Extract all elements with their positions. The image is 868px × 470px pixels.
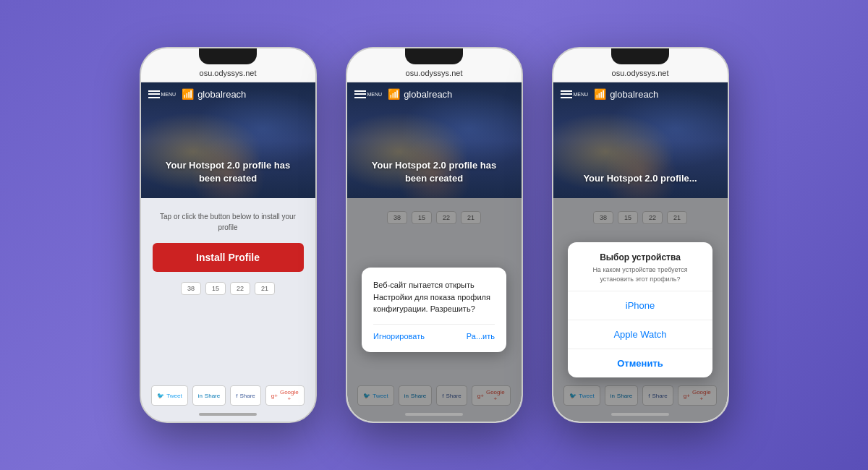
facebook-btn-1[interactable]: f Share	[230, 385, 261, 406]
phone-2: osu.odyssys.net MENU 📶 globalreach Your …	[346, 47, 523, 423]
menu-icon-2[interactable]	[354, 90, 366, 98]
count-2: 15	[205, 282, 226, 295]
address-bar-1: osu.odyssys.net	[141, 48, 315, 82]
hero-headline-1: Your Hotspot 2.0 profile has been create…	[141, 159, 315, 185]
brand-logo-2: 📶 globalreach	[388, 88, 452, 100]
apple-watch-option[interactable]: Apple Watch	[568, 320, 712, 349]
count-3: 22	[230, 282, 250, 295]
hero-section-3: MENU 📶 globalreach Your Hotspot 2.0 prof…	[553, 82, 728, 198]
iphone-option[interactable]: iPhone	[568, 291, 712, 320]
phone-1: osu.odyssys.net MENU 📶 globalreach Your …	[140, 47, 317, 423]
hero-headline-2: Your Hotspot 2.0 profile has been create…	[347, 159, 522, 185]
address-bar-3: osu.odyssys.net	[553, 48, 728, 82]
cancel-option[interactable]: Отменить	[568, 349, 712, 377]
linkedin-btn-1[interactable]: in Share	[192, 385, 226, 406]
menu-label-2: MENU	[367, 92, 383, 97]
hero-nav-1: MENU 📶 globalreach	[141, 88, 315, 100]
facebook-icon-1: f	[236, 393, 237, 399]
tweet-btn-1[interactable]: 🐦 Tweet	[151, 385, 187, 406]
google-icon-1: g+	[271, 393, 278, 399]
address-bar-2: osu.odyssys.net	[347, 48, 522, 82]
brand-logo-1: 📶 globalreach	[182, 88, 246, 100]
device-dialog-header: Выбор устройства На каком устройстве тре…	[568, 242, 712, 291]
ignore-button[interactable]: Игнорировать	[373, 332, 425, 341]
menu-label-3: MENU	[574, 92, 589, 97]
hero-nav-3: MENU 📶 globalreach	[553, 88, 728, 100]
brand-text-2: globalreach	[404, 89, 452, 100]
content-1: Tap or click the button below to install…	[141, 198, 315, 422]
dialog-actions: Игнорировать Ра...ить	[373, 324, 495, 341]
brand-logo-3: 📶 globalreach	[594, 88, 658, 100]
device-dialog-overlay: Выбор устройства На каком устройстве тре…	[553, 198, 728, 422]
url-1: osu.odyssys.net	[200, 69, 257, 77]
wifi-icon-2: 📶	[388, 88, 400, 100]
twitter-icon-1: 🐦	[157, 393, 164, 399]
dialog-overlay-2: Веб-сайт пытается открыть Настройки для …	[347, 198, 522, 422]
brand-text-1: globalreach	[197, 89, 246, 100]
count-4: 21	[255, 282, 275, 295]
phone-3: osu.odyssys.net MENU 📶 globalreach Your …	[552, 47, 729, 423]
device-selection-dialog: Выбор устройства На каком устройстве тре…	[568, 242, 712, 377]
linkedin-icon-1: in	[198, 393, 203, 399]
hero-section-2: MENU 📶 globalreach Your Hotspot 2.0 prof…	[347, 82, 522, 198]
dialog-message: Веб-сайт пытается открыть Настройки для …	[373, 279, 495, 315]
menu-icon-1[interactable]	[148, 90, 160, 98]
wifi-icon-3: 📶	[594, 88, 606, 100]
count-1: 38	[181, 282, 201, 295]
menu-icon-3[interactable]	[561, 90, 572, 98]
permission-dialog: Веб-сайт пытается открыть Настройки для …	[362, 268, 506, 352]
hero-nav-2: MENU 📶 globalreach	[347, 88, 522, 100]
url-3: osu.odyssys.net	[612, 69, 669, 77]
brand-text-3: globalreach	[610, 89, 658, 100]
hero-headline-3: Your Hotspot 2.0 profile...	[553, 172, 728, 185]
hero-section-1: MENU 📶 globalreach Your Hotspot 2.0 prof…	[141, 82, 315, 198]
device-dialog-title: Выбор устройства	[579, 252, 701, 262]
sub-text-1: Tap or click the button below to install…	[153, 211, 304, 233]
wifi-icon-1: 📶	[182, 88, 194, 100]
content-3: 38 15 22 21 🐦 Tweet in Share f Share	[553, 198, 728, 422]
install-button-1[interactable]: Install Profile	[153, 243, 304, 272]
count-bar-1: 38 15 22 21	[181, 282, 275, 295]
allow-button[interactable]: Ра...ить	[467, 332, 495, 341]
content-2: 38 15 22 21 🐦 Tweet in Share f Share	[347, 198, 522, 422]
menu-label-1: MENU	[161, 92, 176, 97]
share-bar-1: 🐦 Tweet in Share f Share g+ Google +	[151, 385, 304, 406]
google-btn-1[interactable]: g+ Google +	[265, 385, 305, 406]
device-dialog-subtitle: На каком устройстве требуется установить…	[579, 265, 701, 283]
url-2: osu.odyssys.net	[406, 69, 463, 77]
